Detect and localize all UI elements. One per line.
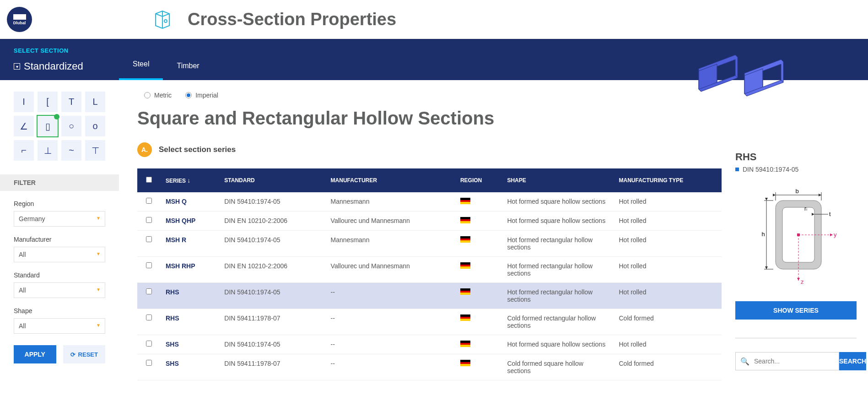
filter-manufacturer-select[interactable]: All: [14, 247, 105, 262]
row-checkbox[interactable]: [146, 288, 152, 294]
table-row[interactable]: MSH RDIN 59410:1974-05MannesmannHot form…: [137, 231, 722, 257]
detail-pane: RHS DIN 59410:1974-05 b: [735, 92, 868, 380]
shape-option-5[interactable]: ▯: [38, 116, 58, 136]
shape-option-9[interactable]: ⊥: [38, 140, 58, 161]
navbar: SELECT SECTION ▾ Standardized Steel Timb…: [0, 39, 868, 80]
row-checkbox[interactable]: [146, 360, 152, 366]
row-checkbox[interactable]: [146, 217, 152, 223]
svg-text:z: z: [801, 278, 804, 285]
filter-shape-select[interactable]: All: [14, 318, 105, 334]
radio-icon: [185, 92, 192, 98]
standard-cell: DIN 59411:1978-07: [219, 309, 325, 335]
table-row[interactable]: SHSDIN 59410:1974-05--Hot formed square …: [137, 335, 722, 354]
reset-button[interactable]: ⟳ RESET: [63, 345, 106, 363]
manufacturer-cell: Mannesmann: [325, 192, 455, 211]
search-input[interactable]: [754, 358, 834, 365]
series-cell[interactable]: SHS: [160, 354, 219, 380]
shape-cell: Hot formed square hollow sections: [501, 335, 613, 354]
th-checkbox[interactable]: [137, 168, 160, 192]
apply-button[interactable]: APPLY: [14, 345, 56, 363]
svg-point-0: [164, 20, 167, 22]
flag-de-icon: [460, 288, 470, 295]
chevron-down-icon: ▾: [14, 63, 20, 70]
unit-metric-radio[interactable]: Metric: [144, 92, 172, 99]
shape-option-11[interactable]: ⊤: [85, 140, 105, 161]
table-row[interactable]: RHSDIN 59410:1974-05--Hot formed rectang…: [137, 283, 722, 309]
tab-steel[interactable]: Steel: [119, 60, 163, 80]
mfg-type-cell: Hot rolled: [614, 257, 722, 283]
shape-option-1[interactable]: [: [38, 92, 58, 112]
row-checkbox[interactable]: [146, 198, 152, 204]
section-book-icon: [151, 8, 174, 31]
shape-option-10[interactable]: ~: [61, 140, 81, 161]
svg-rect-19: [797, 233, 800, 236]
row-checkbox[interactable]: [146, 236, 152, 242]
tab-timber[interactable]: Timber: [163, 62, 213, 80]
standardized-dropdown[interactable]: ▾ Standardized: [14, 60, 119, 72]
unit-imperial-radio[interactable]: Imperial: [185, 92, 218, 99]
series-cell[interactable]: MSH QHP: [160, 211, 219, 231]
svg-text:rᵢ: rᵢ: [804, 206, 807, 212]
standard-cell: DIN 59410:1974-05: [219, 231, 325, 257]
filter-region-select[interactable]: Germany: [14, 211, 105, 227]
series-table: SERIES ↓ STANDARD MANUFACTURER REGION SH…: [137, 168, 722, 380]
svg-text:b: b: [795, 188, 798, 195]
shape-option-8[interactable]: ⌐: [14, 140, 34, 161]
th-region[interactable]: REGION: [455, 168, 501, 192]
search-button[interactable]: SEARCH: [839, 352, 866, 370]
mfg-type-cell: Hot rolled: [614, 283, 722, 309]
unit-metric-label: Metric: [154, 92, 172, 99]
series-cell[interactable]: MSH Q: [160, 192, 219, 211]
show-series-button[interactable]: SHOW SERIES: [735, 301, 857, 320]
manufacturer-cell: --: [325, 335, 455, 354]
sort-down-icon: ↓: [187, 177, 190, 184]
standard-cell: DIN 59410:1974-05: [219, 192, 325, 211]
manufacturer-cell: --: [325, 309, 455, 335]
section-preview: b h t rᵢ: [735, 182, 857, 292]
shape-option-3[interactable]: L: [85, 92, 105, 112]
standard-cell: DIN 59411:1978-07: [219, 354, 325, 380]
brand-logo[interactable]: Dlubal: [7, 7, 32, 32]
series-cell[interactable]: RHS: [160, 283, 219, 309]
region-cell: [455, 309, 501, 335]
brand-text: Dlubal: [13, 21, 26, 25]
shape-option-4[interactable]: ∠: [14, 116, 34, 136]
series-cell[interactable]: RHS: [160, 309, 219, 335]
region-cell: [455, 231, 501, 257]
table-row[interactable]: MSH QHPDIN EN 10210-2:2006Vallourec und …: [137, 211, 722, 231]
series-cell[interactable]: MSH RHP: [160, 257, 219, 283]
flag-de-icon: [460, 217, 470, 223]
sidebar: I[TL∠▯○o⌐⊥~⊤ FILTER Region Germany Manuf…: [0, 80, 119, 394]
shape-option-6[interactable]: ○: [61, 116, 81, 136]
filter-standard-label: Standard: [14, 271, 105, 279]
table-row[interactable]: MSH QDIN 59410:1974-05MannesmannHot form…: [137, 192, 722, 211]
series-cell[interactable]: MSH R: [160, 231, 219, 257]
beams-3d-illustration: [694, 50, 799, 110]
th-series[interactable]: SERIES ↓: [160, 168, 219, 192]
row-checkbox[interactable]: [146, 262, 152, 268]
standardized-label: Standardized: [24, 60, 83, 72]
table-row[interactable]: MSH RHPDIN EN 10210-2:2006Vallourec und …: [137, 257, 722, 283]
shape-option-7[interactable]: o: [85, 116, 105, 136]
select-section-label: SELECT SECTION: [14, 47, 119, 54]
region-cell: [455, 283, 501, 309]
th-manufacturer[interactable]: MANUFACTURER: [325, 168, 455, 192]
shape-option-2[interactable]: T: [61, 92, 81, 112]
filter-heading: FILTER: [14, 179, 105, 186]
shape-option-0[interactable]: I: [14, 92, 34, 112]
series-cell[interactable]: SHS: [160, 335, 219, 354]
th-mfg-type[interactable]: MANUFACTURING TYPE: [614, 168, 722, 192]
table-row[interactable]: SHSDIN 59411:1978-07--Cold formed square…: [137, 354, 722, 380]
mfg-type-cell: Cold formed: [614, 309, 722, 335]
standard-cell: DIN EN 10210-2:2006: [219, 211, 325, 231]
table-row[interactable]: RHSDIN 59411:1978-07--Cold formed rectan…: [137, 309, 722, 335]
unit-imperial-label: Imperial: [195, 92, 218, 99]
filter-region-label: Region: [14, 200, 105, 207]
manufacturer-cell: Vallourec und Mannesmann: [325, 257, 455, 283]
th-shape[interactable]: SHAPE: [501, 168, 613, 192]
filter-standard-select[interactable]: All: [14, 282, 105, 298]
row-checkbox[interactable]: [146, 314, 152, 320]
flag-de-icon: [460, 341, 470, 347]
row-checkbox[interactable]: [146, 341, 152, 347]
th-standard[interactable]: STANDARD: [219, 168, 325, 192]
